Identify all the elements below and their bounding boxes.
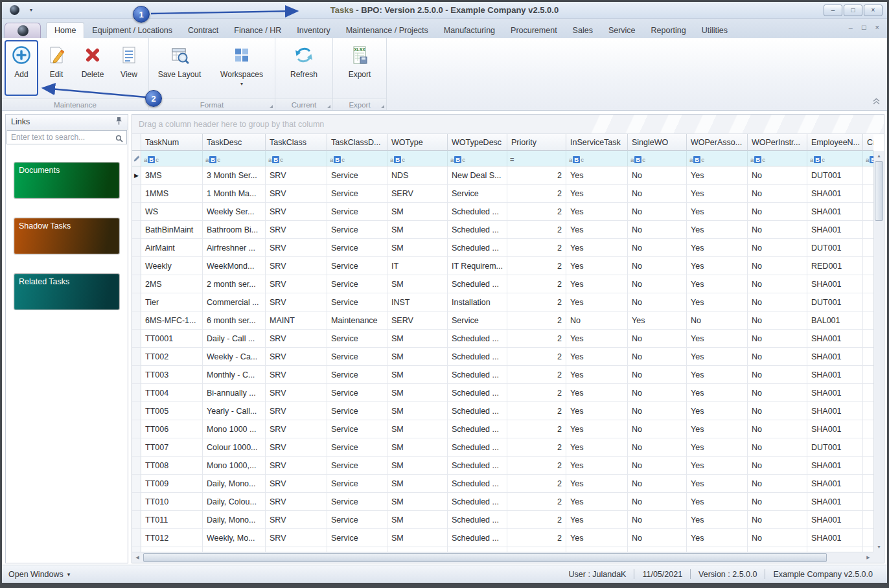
grid-cell[interactable]: Scheduled ... <box>448 384 507 402</box>
grid-cell[interactable]: Scheduled ... <box>448 547 507 552</box>
grid-cell[interactable]: No <box>748 475 807 493</box>
grid-row-tt012[interactable]: TT012Weekly, Mo...SRVServiceSMScheduled … <box>132 529 873 547</box>
grid-cell[interactable]: Service <box>327 511 387 529</box>
grid-cell[interactable]: Service <box>327 330 387 348</box>
grid-cell[interactable]: Yes <box>687 475 748 493</box>
grid-cell[interactable]: SRV <box>266 511 327 529</box>
grid-row-airmaint[interactable]: AirMaintAirfreshner ...SRVServiceSMSched… <box>132 239 873 257</box>
grid-cell[interactable]: Yes <box>687 511 748 529</box>
grid-cell[interactable]: Mono 1000,... <box>203 457 266 475</box>
grid-cell[interactable]: No <box>748 493 807 511</box>
filter-cell-cre[interactable]: aBc <box>863 151 873 166</box>
grid-cell[interactable]: Scheduled ... <box>448 366 507 384</box>
grid-cell[interactable]: 2 <box>507 257 566 275</box>
ribbon-tab-maintenance-projects[interactable]: Maintenance / Projects <box>338 22 436 38</box>
grid-cell[interactable]: No <box>628 547 687 552</box>
link-button-documents[interactable]: Documents <box>14 163 119 198</box>
grid-cell[interactable]: No <box>748 457 807 475</box>
grid-cell[interactable] <box>863 185 873 203</box>
grid-cell[interactable] <box>863 275 873 293</box>
grid-cell[interactable]: Yes <box>566 402 628 420</box>
search-input[interactable] <box>6 130 127 144</box>
grid-cell[interactable]: No <box>628 529 687 547</box>
grid-cell[interactable]: SHA001 <box>807 203 863 221</box>
grid-cell[interactable]: Scheduled ... <box>448 275 507 293</box>
grid-cell[interactable]: No <box>748 547 807 552</box>
grid-cell[interactable]: SHA001 <box>807 547 863 552</box>
grid-cell[interactable]: SM <box>387 366 448 384</box>
grid-cell[interactable]: Yes <box>687 239 748 257</box>
column-header-tasknum[interactable]: TaskNum <box>141 134 203 151</box>
grid-cell[interactable]: No <box>748 529 807 547</box>
grid-cell[interactable]: SRV <box>266 402 327 420</box>
grid-cell[interactable] <box>863 457 873 475</box>
grid-cell[interactable]: 2 <box>507 275 566 293</box>
grid-row-tt010[interactable]: TT010Daily, Colou...SRVServiceSMSchedule… <box>132 493 873 511</box>
grid-cell[interactable]: SM <box>387 275 448 293</box>
grid-cell[interactable]: No <box>748 384 807 402</box>
filter-cell-tasknum[interactable]: aBc <box>141 151 203 166</box>
grid-cell[interactable]: TT005 <box>141 402 203 420</box>
group-by-bar[interactable]: Drag a column header here to group by th… <box>132 115 884 134</box>
ribbon-tab-equipment-locations[interactable]: Equipment / Locations <box>84 22 180 38</box>
grid-cell[interactable]: No <box>628 493 687 511</box>
grid-cell[interactable]: Yes <box>566 330 628 348</box>
grid-cell[interactable]: No <box>748 275 807 293</box>
ribbon-tab-reporting[interactable]: Reporting <box>643 22 694 38</box>
grid-cell[interactable]: BathBinMaint <box>141 221 203 239</box>
grid-cell[interactable]: Service <box>327 203 387 221</box>
grid-cell[interactable]: SRV <box>266 203 327 221</box>
filter-cell-taskclassd[interactable]: aBc <box>327 151 387 166</box>
grid-cell[interactable]: Weekly, Col... <box>203 547 266 552</box>
grid-cell[interactable]: SHA001 <box>807 221 863 239</box>
grid-cell[interactable]: NDS <box>387 166 448 185</box>
grid-cell[interactable]: Weekly <box>141 257 203 275</box>
grid-cell[interactable]: 6 month ser... <box>203 311 266 330</box>
grid-cell[interactable]: AirMaint <box>141 239 203 257</box>
grid-cell[interactable]: No <box>748 221 807 239</box>
ribbon-tab-inventory[interactable]: Inventory <box>289 22 338 38</box>
grid-cell[interactable]: Service <box>327 438 387 457</box>
grid-cell[interactable]: SRV <box>266 348 327 366</box>
grid-cell[interactable]: SERV <box>387 185 448 203</box>
grid-cell[interactable]: No <box>628 457 687 475</box>
ribbon-close-icon[interactable]: × <box>875 23 879 31</box>
grid-cell[interactable]: SRV <box>266 239 327 257</box>
column-header-singlewo[interactable]: SingleWO <box>628 134 687 151</box>
grid-cell[interactable]: WS <box>141 203 203 221</box>
grid-cell[interactable]: SHA001 <box>807 475 863 493</box>
grid-cell[interactable]: Service <box>327 529 387 547</box>
grid-cell[interactable]: MAINT <box>266 311 327 330</box>
grid-row-tt008[interactable]: TT008Mono 1000,...SRVServiceSMScheduled … <box>132 457 873 475</box>
grid-cell[interactable]: SRV <box>266 330 327 348</box>
grid-row-tt006[interactable]: TT006Mono 1000 ...SRVServiceSMScheduled … <box>132 420 873 438</box>
format-dialog-launcher[interactable] <box>270 105 273 108</box>
grid-cell[interactable]: Mono 1000 ... <box>203 420 266 438</box>
grid-cell[interactable]: Scheduled ... <box>448 420 507 438</box>
grid-cell[interactable] <box>863 529 873 547</box>
grid-cell[interactable]: Weekly, Mo... <box>203 529 266 547</box>
grid-cell[interactable] <box>863 475 873 493</box>
grid-cell[interactable]: No <box>628 275 687 293</box>
application-button[interactable] <box>5 23 41 38</box>
grid-cell[interactable]: Yes <box>566 185 628 203</box>
column-header-taskclass[interactable]: TaskClass <box>266 134 327 151</box>
grid-cell[interactable]: Yes <box>687 457 748 475</box>
grid-cell[interactable]: SM <box>387 420 448 438</box>
grid-cell[interactable]: SHA001 <box>807 330 863 348</box>
grid-cell[interactable]: TT008 <box>141 457 203 475</box>
grid-cell[interactable]: DUT001 <box>807 239 863 257</box>
grid-cell[interactable]: No <box>628 221 687 239</box>
grid-cell[interactable] <box>863 511 873 529</box>
grid-cell[interactable]: Yes <box>687 185 748 203</box>
grid-cell[interactable]: Yes <box>566 438 628 457</box>
horizontal-scrollbar[interactable]: ◀ ▶ <box>132 552 873 563</box>
grid-cell[interactable]: Daily, Mono... <box>203 511 266 529</box>
grid-cell[interactable]: No <box>748 348 807 366</box>
grid-cell[interactable]: Yes <box>687 402 748 420</box>
grid-cell[interactable] <box>863 384 873 402</box>
column-header-employeen[interactable]: EmployeeN... <box>807 134 863 151</box>
grid-cell[interactable]: Bathroom Bi... <box>203 221 266 239</box>
grid-cell[interactable]: Maintenance <box>327 311 387 330</box>
grid-cell[interactable]: Service <box>327 366 387 384</box>
